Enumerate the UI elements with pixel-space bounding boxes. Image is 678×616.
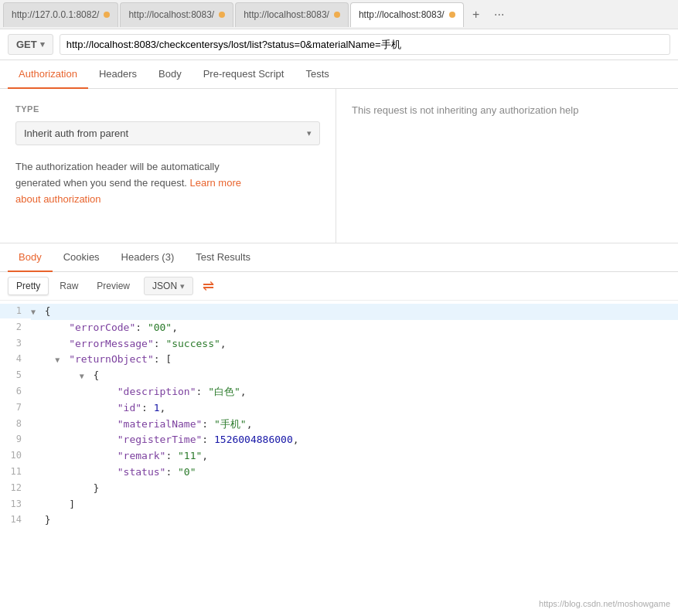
line-content-1: ▼ { [31,304,678,320]
line-content-5: ▼ { [31,368,678,384]
line-content-6: "description": "白色", [31,384,678,400]
more-tabs-button[interactable]: ··· [489,4,510,26]
collapse-arrow-4[interactable]: ▼ [55,354,63,366]
resp-tab-headers[interactable]: Headers (3) [111,243,186,272]
line-number-7: 7 [0,400,31,415]
format-bar: Pretty Raw Preview JSON ▾ ⇌ [0,272,678,301]
tab-dot-3 [334,12,340,18]
arrow-3 [55,339,63,351]
line-number-5: 5 [0,368,31,383]
line-content-12: } [31,481,678,497]
method-chevron-icon: ▾ [40,39,45,49]
tab-1[interactable]: http://127.0.0.1:8082/ [3,2,118,27]
url-input[interactable] [60,34,670,55]
auth-right-text: This request is not inheriting any autho… [352,104,578,116]
arrow-14 [31,515,39,527]
code-line-7: 7 "id": 1, [0,400,678,417]
tab-tests[interactable]: Tests [295,60,339,89]
preview-button[interactable]: Preview [89,277,138,294]
format-dropdown[interactable]: JSON ▾ [144,277,193,295]
arrow-6 [104,386,111,399]
code-view: 1 ▼ { 2 "errorCode": "00", 3 "errorMessa… [0,301,678,532]
tab-body[interactable]: Body [148,60,192,89]
collapse-arrow-1[interactable]: ▼ [31,306,39,318]
method-dropdown[interactable]: GET ▾ [8,34,53,55]
auth-desc-text1: The authorization header will be automat… [15,161,220,189]
arrow-7 [104,403,111,415]
tab-dot-4 [449,12,455,18]
url-bar: GET ▾ [0,29,678,60]
code-line-12: 12 } [0,481,678,497]
line-content-11: "status": "0" [31,465,678,481]
auth-type-chevron-icon: ▾ [307,128,312,138]
code-line-4: 4 ▼ "returnObject": [ [0,352,678,368]
tab-4[interactable]: http://localhost:8083/ [350,2,464,27]
line-number-12: 12 [0,481,31,495]
new-tab-button[interactable]: + [465,4,487,26]
tab-url-4: http://localhost:8083/ [359,9,445,20]
arrow-11 [104,467,111,479]
resp-tab-body[interactable]: Body [8,243,53,272]
code-line-5: 5 ▼ { [0,368,678,384]
auth-right-panel: This request is not inheriting any autho… [336,89,678,243]
response-tabs: Body Cookies Headers (3) Test Results [0,243,678,272]
tab-url-1: http://127.0.0.1:8082/ [12,9,99,20]
format-label: JSON [152,281,177,291]
pretty-button[interactable]: Pretty [8,277,49,295]
line-number-8: 8 [0,417,31,431]
line-number-4: 4 [0,352,31,366]
tab-headers[interactable]: Headers [88,60,148,89]
line-content-8: "materialName": "手机", [31,417,678,433]
format-chevron-icon: ▾ [180,281,185,291]
arrow-12 [80,483,87,495]
collapse-arrow-5[interactable]: ▼ [80,370,87,383]
code-line-10: 10 "remark": "11", [0,448,678,465]
arrow-2 [55,322,63,335]
line-content-3: "errorMessage": "success", [31,336,678,352]
line-number-1: 1 [0,304,31,318]
code-line-9: 9 "registerTime": 1526004886000, [0,432,678,448]
code-line-1: 1 ▼ { [0,304,678,320]
arrow-10 [104,451,111,463]
code-line-11: 11 "status": "0" [0,465,678,481]
auth-left-panel: TYPE Inherit auth from parent ▾ The auth… [0,89,336,243]
code-line-13: 13 ] [0,497,678,513]
authorization-panel: TYPE Inherit auth from parent ▾ The auth… [0,89,678,243]
line-number-11: 11 [0,465,31,479]
line-content-14: } [31,512,678,529]
tab-3[interactable]: http://localhost:8083/ [235,2,349,27]
line-number-9: 9 [0,432,31,447]
line-number-3: 3 [0,336,31,351]
code-line-2: 2 "errorCode": "00", [0,320,678,336]
line-content-7: "id": 1, [31,400,678,417]
arrow-13 [55,499,63,512]
tab-2[interactable]: http://localhost:8083/ [120,2,233,27]
line-content-9: "registerTime": 1526004886000, [31,432,678,448]
arrow-8 [104,419,111,431]
auth-type-value: Inherit auth from parent [24,128,128,139]
method-label: GET [16,39,37,50]
line-content-13: ] [31,497,678,513]
line-number-2: 2 [0,320,31,335]
auth-type-select[interactable]: Inherit auth from parent ▾ [15,121,320,145]
resp-tab-test-results[interactable]: Test Results [185,243,261,272]
wrap-icon[interactable]: ⇌ [203,277,214,294]
code-line-3: 3 "errorMessage": "success", [0,336,678,352]
resp-tab-cookies[interactable]: Cookies [53,243,111,272]
tab-pre-request-script[interactable]: Pre-request Script [192,60,295,89]
code-line-14: 14 } [0,512,678,529]
tab-url-3: http://localhost:8083/ [244,9,329,20]
raw-button[interactable]: Raw [52,277,86,294]
line-number-6: 6 [0,384,31,399]
line-number-14: 14 [0,512,31,527]
code-line-8: 8 "materialName": "手机", [0,417,678,433]
line-content-2: "errorCode": "00", [31,320,678,336]
tab-url-2: http://localhost:8083/ [128,9,214,20]
line-content-10: "remark": "11", [31,448,678,465]
tab-dot-1 [104,12,110,18]
line-number-10: 10 [0,448,31,463]
tab-authorization[interactable]: Authorization [8,60,88,89]
line-number-13: 13 [0,497,31,512]
auth-description: The authorization header will be automat… [15,159,320,207]
line-content-4: ▼ "returnObject": [ [31,352,678,368]
